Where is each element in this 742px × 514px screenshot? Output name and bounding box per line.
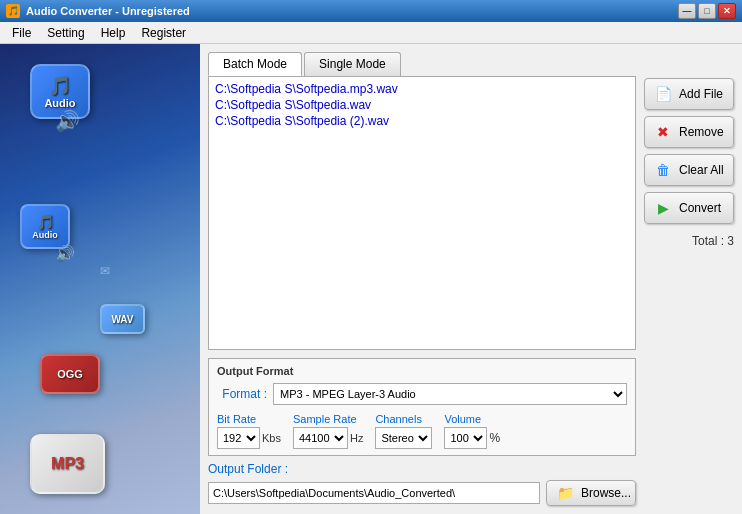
convert-icon: ▶ [653, 198, 673, 218]
samplerate-group: Sample Rate 80001102522050 4410048000 Hz [293, 413, 363, 449]
convert-label: Convert [679, 201, 721, 215]
remove-icon: ✖ [653, 122, 673, 142]
channels-label: Channels [375, 413, 432, 425]
remove-label: Remove [679, 125, 724, 139]
menu-bar: File Setting Help Register [0, 22, 742, 44]
wav-badge: WAV [100, 304, 145, 334]
close-button[interactable]: ✕ [718, 3, 736, 19]
convert-button[interactable]: ▶ Convert [644, 192, 734, 224]
total-label: Total : 3 [644, 234, 734, 248]
button-panel: 📄 Add File ✖ Remove 🗑 Clear All ▶ Conver… [644, 76, 734, 506]
samplerate-control: 80001102522050 4410048000 Hz [293, 427, 363, 449]
volume-select[interactable]: 5075100125150 [444, 427, 487, 449]
file-list-box[interactable]: C:\Softpedia S\Softpedia.mp3.wav C:\Soft… [208, 76, 636, 350]
format-select[interactable]: MP3 - MPEG Layer-3 Audio WAV - Waveform … [273, 383, 627, 405]
tab-single-mode[interactable]: Single Mode [304, 52, 401, 76]
list-item[interactable]: C:\Softpedia S\Softpedia.mp3.wav [213, 81, 631, 97]
browse-label: Browse... [581, 486, 631, 500]
format-row: Format : MP3 - MPEG Layer-3 Audio WAV - … [217, 383, 627, 405]
right-panel: Batch Mode Single Mode C:\Softpedia S\So… [200, 44, 742, 514]
output-folder-section: Output Folder : 📁 Browse... [208, 462, 636, 506]
window-title: Audio Converter - Unregistered [26, 5, 190, 17]
title-bar: 🎵 Audio Converter - Unregistered — □ ✕ [0, 0, 742, 22]
bitrate-select[interactable]: 6496128160 192224256320 [217, 427, 260, 449]
volume-control: 5075100125150 % [444, 427, 500, 449]
samplerate-label: Sample Rate [293, 413, 363, 425]
bitrate-control: 6496128160 192224256320 Kbs [217, 427, 281, 449]
folder-label: Output Folder : [208, 462, 636, 476]
volume-label: Volume [444, 413, 500, 425]
format-label: Format : [217, 387, 267, 401]
volume-group: Volume 5075100125150 % [444, 413, 500, 449]
file-list-panel: C:\Softpedia S\Softpedia.mp3.wav C:\Soft… [208, 76, 636, 506]
add-file-button[interactable]: 📄 Add File [644, 78, 734, 110]
folder-path-input[interactable] [208, 482, 540, 504]
main-area: 🎵 Audio 🔊 🎵 Audio 🔊 ✉ WAV OGG MP3 Batch … [0, 44, 742, 514]
ogg-badge: OGG [40, 354, 100, 394]
samplerate-unit: Hz [350, 432, 363, 444]
menu-help[interactable]: Help [93, 24, 134, 42]
audio-badge-2: 🎵 Audio [20, 204, 70, 249]
clear-all-button[interactable]: 🗑 Clear All [644, 154, 734, 186]
folder-row: 📁 Browse... [208, 480, 636, 506]
section-title: Output Format [217, 365, 627, 377]
minimize-button[interactable]: — [678, 3, 696, 19]
clear-icon: 🗑 [653, 160, 673, 180]
list-item[interactable]: C:\Softpedia S\Softpedia (2).wav [213, 113, 631, 129]
menu-register[interactable]: Register [133, 24, 194, 42]
left-panel: 🎵 Audio 🔊 🎵 Audio 🔊 ✉ WAV OGG MP3 [0, 44, 200, 514]
tab-batch-mode[interactable]: Batch Mode [208, 52, 302, 76]
folder-icon: 📁 [555, 483, 575, 503]
remove-button[interactable]: ✖ Remove [644, 116, 734, 148]
channels-select[interactable]: MonoStereo [375, 427, 432, 449]
samplerate-select[interactable]: 80001102522050 4410048000 [293, 427, 348, 449]
browse-button[interactable]: 📁 Browse... [546, 480, 636, 506]
mp3-badge: MP3 [30, 434, 105, 494]
tab-area: Batch Mode Single Mode [208, 52, 734, 76]
clear-all-label: Clear All [679, 163, 724, 177]
bitrate-unit: Kbs [262, 432, 281, 444]
add-file-label: Add File [679, 87, 723, 101]
channels-control: MonoStereo [375, 427, 432, 449]
app-icon: 🎵 [6, 4, 20, 18]
title-bar-left: 🎵 Audio Converter - Unregistered [6, 4, 190, 18]
add-icon: 📄 [653, 84, 673, 104]
maximize-button[interactable]: □ [698, 3, 716, 19]
menu-setting[interactable]: Setting [39, 24, 92, 42]
volume-unit: % [489, 431, 500, 445]
channels-group: Channels MonoStereo [375, 413, 432, 449]
title-bar-controls: — □ ✕ [678, 3, 736, 19]
content-area: C:\Softpedia S\Softpedia.mp3.wav C:\Soft… [208, 76, 734, 506]
params-row: Bit Rate 6496128160 192224256320 Kbs Sam… [217, 413, 627, 449]
bitrate-group: Bit Rate 6496128160 192224256320 Kbs [217, 413, 281, 449]
menu-file[interactable]: File [4, 24, 39, 42]
list-item[interactable]: C:\Softpedia S\Softpedia.wav [213, 97, 631, 113]
output-format-section: Output Format Format : MP3 - MPEG Layer-… [208, 358, 636, 456]
bitrate-label: Bit Rate [217, 413, 281, 425]
